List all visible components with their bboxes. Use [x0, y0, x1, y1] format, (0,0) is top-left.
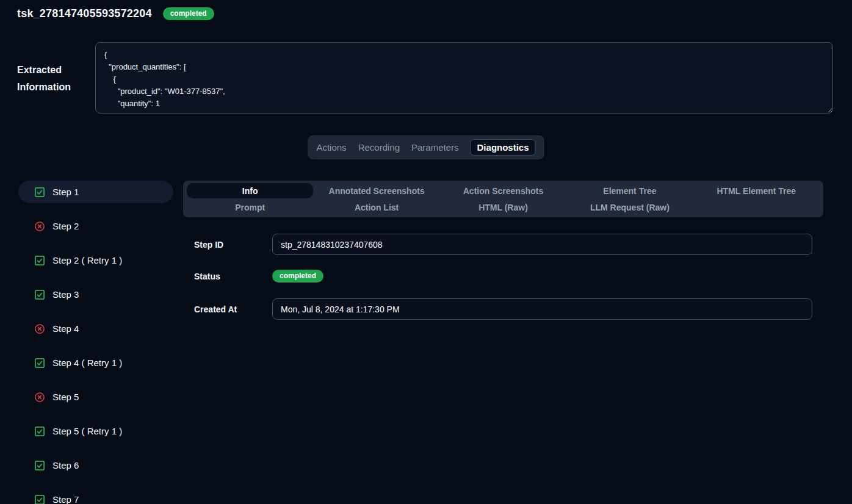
step-label: Step 5 [52, 392, 79, 402]
step-label: Step 7 [52, 494, 79, 504]
step-label: Step 4 ( Retry 1 ) [52, 358, 122, 368]
extracted-information-textarea[interactable]: { "product_quantities": [ { "product_id"… [95, 42, 833, 113]
check-square-icon [34, 255, 45, 266]
check-square-icon [34, 358, 45, 369]
subtab-html-element-tree[interactable]: HTML Element Tree [693, 183, 820, 198]
step-label: Step 2 ( Retry 1 ) [52, 255, 122, 265]
x-circle-icon [34, 392, 45, 403]
sidebar-step-4[interactable]: Step 4 [18, 317, 173, 340]
step-label: Step 3 [52, 289, 79, 300]
subtab-html-raw[interactable]: HTML (Raw) [440, 200, 566, 215]
x-circle-icon [34, 221, 45, 232]
step-status-badge: completed [272, 270, 323, 283]
sidebar-step-2[interactable]: Step 2 [18, 215, 173, 237]
step-id-label: Step ID [194, 240, 272, 250]
task-id-title: tsk_278147405593572204 [17, 7, 152, 20]
subtab-element-tree[interactable]: Element Tree [566, 183, 693, 198]
subtab-action-list[interactable]: Action List [313, 200, 439, 215]
created-at-label: Created At [194, 304, 272, 314]
status-row: Status completed [194, 265, 323, 287]
tab-diagnostics[interactable]: Diagnostics [471, 139, 536, 156]
sidebar-step-4-retry-1[interactable]: Step 4 ( Retry 1 ) [18, 351, 173, 374]
tab-actions[interactable]: Actions [316, 142, 346, 153]
step-id-row: Step ID [194, 234, 812, 255]
sidebar-step-1[interactable]: Step 1 [18, 181, 173, 203]
step-label: Step 5 ( Retry 1 ) [52, 426, 122, 436]
tab-recording[interactable]: Recording [358, 142, 400, 153]
check-square-icon [34, 460, 45, 471]
step-id-input[interactable] [272, 234, 812, 255]
extracted-information-label: Extracted Information [17, 62, 85, 96]
check-square-icon [34, 494, 45, 504]
created-at-row: Created At [194, 298, 812, 320]
subtab-llm-request-raw[interactable]: LLM Request (Raw) [566, 200, 693, 215]
created-at-input[interactable] [272, 298, 812, 320]
main-tabbar: Actions Recording Parameters Diagnostics [308, 135, 544, 159]
step-label: Step 1 [52, 187, 79, 197]
step-label: Step 2 [52, 221, 79, 231]
step-label: Step 6 [52, 460, 79, 470]
tab-parameters[interactable]: Parameters [411, 142, 459, 153]
subtab-info[interactable]: Info [187, 183, 313, 198]
x-circle-icon [34, 323, 45, 334]
task-status-badge: completed [163, 7, 214, 20]
check-square-icon [34, 426, 45, 437]
sidebar-step-3[interactable]: Step 3 [18, 283, 173, 306]
page-header: tsk_278147405593572204 completed [17, 7, 214, 20]
sidebar-step-5[interactable]: Step 5 [18, 386, 173, 408]
subtab-action-screenshots[interactable]: Action Screenshots [440, 183, 566, 198]
sidebar-step-7[interactable]: Step 7 [18, 488, 173, 504]
diagnostics-subtabs: Info Annotated Screenshots Action Screen… [183, 181, 823, 217]
step-label: Step 4 [52, 323, 79, 334]
status-label: Status [194, 272, 272, 281]
check-square-icon [34, 289, 45, 300]
sidebar-step-5-retry-1[interactable]: Step 5 ( Retry 1 ) [18, 420, 173, 442]
sidebar-step-2-retry-1[interactable]: Step 2 ( Retry 1 ) [18, 249, 173, 272]
check-square-icon [34, 187, 45, 198]
subtab-prompt[interactable]: Prompt [187, 200, 313, 215]
subtab-annotated-screenshots[interactable]: Annotated Screenshots [313, 183, 439, 198]
sidebar-step-6[interactable]: Step 6 [18, 454, 173, 477]
steps-sidebar: Step 1 Step 2 Step 2 ( Retry 1 ) Step 3 … [18, 181, 173, 504]
diagnostics-page: { "header": { "task_id": "tsk_2781474055… [0, 0, 852, 504]
